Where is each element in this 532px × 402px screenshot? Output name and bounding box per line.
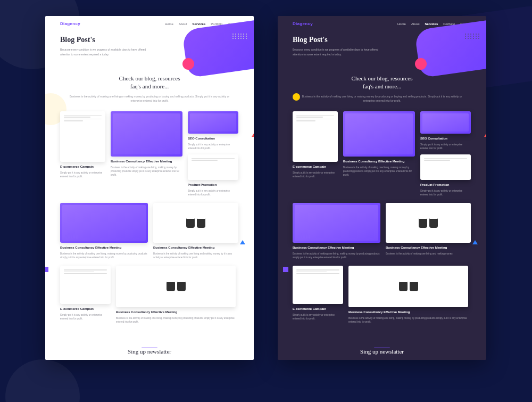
card-desc: Simply put it is any activity or enterpr…: [293, 313, 343, 321]
page-subtitle: Because every condition is we progress o…: [293, 47, 388, 56]
brand-logo[interactable]: Diagency: [60, 21, 80, 26]
page-subtitle: Because every condition is we progress o…: [60, 47, 156, 56]
nav-item-home[interactable]: Home: [165, 22, 173, 26]
card-title: Business Consultancy Effective Meeting: [386, 246, 471, 250]
nav-item-about[interactable]: About: [411, 22, 420, 26]
section-heading: Check our blog, resourcesfaq's and more.…: [299, 75, 465, 91]
hero: Blog Post's Because every condition is w…: [278, 29, 486, 67]
blog-card[interactable]: E-commerce Campain Simply put it is any …: [293, 266, 343, 321]
blog-card[interactable]: Business Consultancy Effective Meeting B…: [116, 266, 236, 324]
card-title: Business Consultancy Effective Meeting: [111, 160, 182, 164]
card-desc: Business is the activity of making one l…: [348, 316, 468, 324]
hero: Blog Post's Because every condition is w…: [45, 29, 254, 67]
section-heading: Check our blog, resourcesfaq's and more.…: [66, 75, 232, 91]
square-purple-icon: [45, 267, 48, 272]
card-desc: Simply put it is any activity or enterpr…: [420, 189, 471, 196]
card-desc: Simply put it is any activity or enterpr…: [60, 171, 105, 178]
card-title: E-commerce Campain: [60, 307, 111, 311]
triangle-red-icon: [252, 133, 254, 137]
nav-item-services[interactable]: Services: [425, 22, 438, 26]
section-sub: Business is the activity of making one l…: [66, 94, 232, 103]
card-desc: Simply put it is any activity or enterpr…: [188, 189, 238, 196]
pink-circle-icon: [182, 58, 194, 70]
nav-item-about[interactable]: About: [179, 22, 187, 26]
card-desc: Business is the activity of making one l…: [386, 252, 471, 256]
card-desc: Simply put it is any activity or enterpr…: [188, 143, 238, 150]
blog-card[interactable]: Business Consultancy Effective Meeting B…: [111, 111, 182, 177]
card-desc: Simply put it is any activity or enterpr…: [60, 313, 111, 321]
newsletter-section: Sing up newslatter: [45, 334, 254, 360]
blog-grid: E-commerce Campain Simply put it is any …: [45, 107, 254, 335]
card-title: Business Consultancy Effective Meeting: [153, 246, 238, 250]
card-desc: Business is the activity of making one l…: [293, 252, 380, 259]
square-purple-icon: [283, 267, 288, 272]
blog-card[interactable]: E-commerce Campain Simply put it is any …: [60, 111, 105, 178]
page-dark-variant: Diagency Home About Services Portfolio C…: [278, 16, 486, 360]
page-light-variant: Diagency Home About Services Portfolio C…: [45, 16, 254, 360]
nav-item-services[interactable]: Services: [193, 22, 206, 26]
blog-card[interactable]: E-commerce Campain Simply put it is any …: [60, 266, 111, 321]
card-title: E-commerce Campain: [293, 165, 338, 169]
dot-pattern-icon: [232, 34, 247, 39]
card-desc: Simply put it is any activity or enterpr…: [420, 143, 471, 150]
card-title: Product Promotion: [420, 183, 471, 187]
card-desc: Business is the activity of making one l…: [60, 252, 148, 259]
card-title: SEO Consultation: [420, 137, 471, 141]
newsletter-heading: Sing up newslatter: [278, 348, 486, 355]
newsletter-section: Sing up newslatter: [278, 334, 486, 360]
card-desc: Simply put it is any activity or enterpr…: [293, 171, 338, 178]
blog-card[interactable]: Business Consultancy Effective Meeting B…: [386, 203, 471, 256]
blog-card[interactable]: SEO Consultation Simply put it is any ac…: [188, 111, 238, 196]
card-desc: Business is the activity of making one l…: [153, 252, 238, 259]
card-desc: Business is the activity of making one l…: [343, 166, 415, 177]
blog-card[interactable]: Business Consultancy Effective Meeting B…: [60, 203, 148, 259]
dot-pattern-icon: [465, 34, 480, 39]
brand-logo[interactable]: Diagency: [293, 21, 313, 26]
card-title: Product Promotion: [188, 183, 238, 187]
card-title: SEO Consultation: [188, 137, 238, 141]
blog-card[interactable]: Business Consultancy Effective Meeting B…: [153, 203, 238, 259]
card-title: Business Consultancy Effective Meeting: [343, 160, 415, 164]
blog-card[interactable]: Business Consultancy Effective Meeting B…: [343, 111, 415, 177]
card-title: Business Consultancy Effective Meeting: [293, 246, 380, 250]
card-title: E-commerce Campain: [293, 307, 343, 311]
nav-item-home[interactable]: Home: [397, 22, 406, 26]
blog-card[interactable]: E-commerce Campain Simply put it is any …: [293, 111, 338, 178]
blog-card[interactable]: Business Consultancy Effective Meeting B…: [348, 266, 468, 324]
section-sub: Business is the activity of making one l…: [299, 94, 465, 103]
pink-circle-icon: [415, 58, 427, 70]
blog-grid: E-commerce Campain Simply put it is any …: [278, 107, 486, 335]
triangle-red-icon: [484, 133, 486, 137]
card-title: Business Consultancy Effective Meeting: [116, 310, 236, 315]
card-title: Business Consultancy Effective Meeting: [348, 310, 468, 315]
newsletter-heading: Sing up newslatter: [45, 348, 254, 355]
card-desc: Business is the activity of making one l…: [116, 316, 236, 324]
card-title: Business Consultancy Effective Meeting: [60, 246, 148, 250]
card-desc: Business is the activity of making one l…: [111, 166, 182, 177]
card-title: E-commerce Campain: [60, 165, 105, 169]
blog-card[interactable]: SEO Consultation Simply put it is any ac…: [420, 111, 471, 196]
blog-card[interactable]: Business Consultancy Effective Meeting B…: [293, 203, 380, 259]
